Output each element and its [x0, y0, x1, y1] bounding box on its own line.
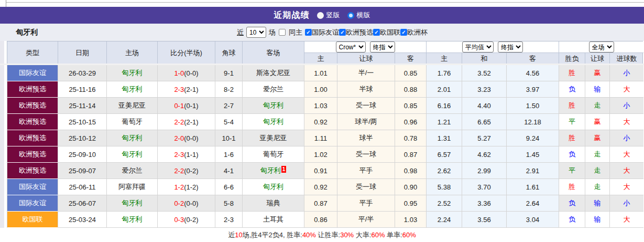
checked-checkbox-icon[interactable]: ✓: [305, 29, 312, 36]
col-header-outcome-result: 胜负: [559, 53, 585, 64]
scope-select[interactable]: 全场: [589, 41, 614, 52]
score-cell: 2-2(0-2): [158, 163, 215, 179]
fulltime-score: 0-3: [174, 216, 184, 224]
home-team-name: 匈牙利: [122, 68, 143, 78]
europe-away-odds: 3.04: [507, 212, 559, 228]
halftime-score: (0-0): [184, 69, 198, 77]
col-header-date: 日期: [58, 41, 107, 64]
col-header-europe-draw: 和: [462, 53, 507, 64]
score-cell: 1-0(0-0): [158, 65, 215, 81]
fulltime-score: 2-0: [174, 134, 184, 142]
col-header-outcome-handicap: 让球: [585, 53, 610, 64]
fulltime-score: 2-2: [174, 167, 184, 175]
europe-home-odds: 1.21: [427, 114, 462, 130]
halftime-score: (0-1): [184, 102, 198, 110]
table-header: 类型 日期 主场 比分(半场) 角球 客场 Crow* 终指 平均值 终指 全场…: [7, 41, 643, 65]
summary-value: 60%: [402, 231, 416, 239]
away-team-cell: 葡萄牙: [243, 146, 304, 163]
handicap-line: 受一球: [337, 146, 395, 163]
horizontal-layout-radio[interactable]: 横版: [347, 10, 370, 20]
europe-draw-odds: 3.52: [462, 65, 507, 81]
handicap-home-odds: 1.11: [304, 130, 337, 146]
corners-cell: 8-2: [215, 81, 243, 98]
handicap-home-odds: 0.91: [304, 163, 337, 179]
handicap-home-odds: 1.03: [304, 98, 337, 114]
match-type-badge: 欧洲预选: [7, 98, 58, 114]
europe-away-odds: 9.24: [507, 130, 559, 146]
outcome-handicap: 输: [585, 195, 610, 212]
competition-label: 欧洲杯: [407, 28, 428, 37]
handicap-home-odds: 0.86: [304, 212, 337, 228]
match-type-badge: 欧国联: [7, 212, 58, 228]
scope-select-group: 全场: [559, 41, 643, 53]
match-type-badge: 欧洲预选: [7, 146, 58, 163]
near-link[interactable]: 近: [237, 28, 244, 37]
outcome-handicap: 走: [585, 146, 610, 163]
score-cell: 0-3(0-2): [158, 212, 215, 228]
home-team-name: 匈牙利: [122, 198, 143, 208]
match-type-badge: 国际友谊: [7, 195, 58, 212]
checked-checkbox-icon[interactable]: ✓: [400, 29, 407, 36]
away-team-name: 瑞典: [267, 198, 280, 208]
home-team-cell: 爱尔兰: [107, 163, 158, 179]
handicap-line: 平/半: [337, 212, 395, 228]
average-select[interactable]: 平均值: [462, 41, 494, 52]
outcome-handicap: 走: [585, 163, 610, 179]
fulltime-score: 1-2: [174, 183, 184, 191]
europe-index-select[interactable]: 终指: [498, 41, 523, 52]
vertical-layout-label: 竖版: [326, 10, 340, 20]
corners-cell: 9-1: [215, 65, 243, 81]
halftime-score: (1-2): [184, 183, 198, 191]
radio-selected-icon[interactable]: [347, 12, 354, 19]
table-body: 国际友谊 26-03-29 匈牙利 1-0(0-0) 9-1 斯洛文尼亚 1.0…: [7, 65, 643, 228]
handicap-line: 半球: [337, 81, 395, 98]
match-type-badge: 欧洲预选: [7, 114, 58, 130]
handicap-home-odds: 1.00: [304, 81, 337, 98]
bookmaker-select[interactable]: Crow*: [336, 41, 366, 52]
outcome-handicap: 输: [585, 212, 610, 228]
handicap-line: 受一球: [337, 98, 395, 114]
competition-checkbox-2[interactable]: ✓欧洲预选: [339, 28, 373, 37]
competition-checkbox-4[interactable]: ✓欧洲杯: [400, 28, 428, 37]
fulltime-score: 0-1: [174, 102, 184, 110]
home-team-cell: 匈牙利: [107, 146, 158, 163]
handicap-away-odds: 0.87: [395, 146, 427, 163]
summary-footer: 近10场,胜4平2负4, 胜率:40% 让胜率:30% 大率:60% 单率:60…: [0, 228, 644, 242]
summary-label: 场,胜4平2负4, 胜率:: [243, 231, 302, 239]
corners-cell: 6-6: [215, 179, 243, 195]
summary-value: 30%: [340, 231, 354, 239]
europe-draw-odds: 3.70: [462, 179, 507, 195]
handicap-away-odds: 1.03: [395, 212, 427, 228]
away-team-name: 葡萄牙: [263, 150, 283, 159]
col-header-corner: 角球: [215, 41, 243, 64]
radio-unselected-icon[interactable]: [317, 12, 324, 19]
outcome-goals: 大: [610, 114, 643, 130]
handicap-line: 球半: [337, 130, 395, 146]
outcome-goals: 大: [610, 146, 643, 163]
outcome-result: 胜: [559, 98, 585, 114]
handicap-away-odds: 0.96: [395, 114, 427, 130]
competition-checkbox-3[interactable]: ✓欧国联: [373, 28, 400, 37]
col-header-europe-home: 主: [427, 53, 462, 64]
match-date: 25-03-24: [58, 212, 107, 228]
competition-checkbox-1[interactable]: ✓国际友谊: [305, 28, 339, 37]
checked-checkbox-icon[interactable]: ✓: [339, 29, 346, 36]
competition-label: 国际友谊: [312, 28, 339, 37]
match-count-select[interactable]: 10: [246, 27, 266, 38]
handicap-index-select[interactable]: 终指: [370, 41, 395, 52]
same-home-checkbox[interactable]: [279, 29, 286, 36]
focus-team-name: 匈牙利: [16, 28, 38, 37]
divider-line: [6, 0, 6, 7]
top-strip: [0, 0, 644, 7]
filter-controls: 近 10 场 同主 ✓国际友谊✓欧洲预选✓欧国联✓欧洲杯: [237, 27, 428, 38]
outcome-goals: 小: [610, 130, 643, 146]
checked-checkbox-icon[interactable]: ✓: [373, 29, 380, 36]
table-row: 国际友谊 26-03-29 匈牙利 1-0(0-0) 9-1 斯洛文尼亚 1.0…: [7, 65, 643, 81]
vertical-layout-radio[interactable]: 竖版: [317, 10, 340, 20]
handicap-home-odds: 0.87: [304, 195, 337, 212]
match-date: 25-11-14: [58, 98, 107, 114]
table-row: 欧洲预选 25-10-12 匈牙利 2-0(0-0) 10-1 亚美尼亚 1.1…: [7, 130, 643, 146]
match-date: 25-09-07: [58, 163, 107, 179]
competition-label: 欧国联: [380, 28, 400, 37]
away-team-name: 斯洛文尼亚: [256, 68, 290, 78]
